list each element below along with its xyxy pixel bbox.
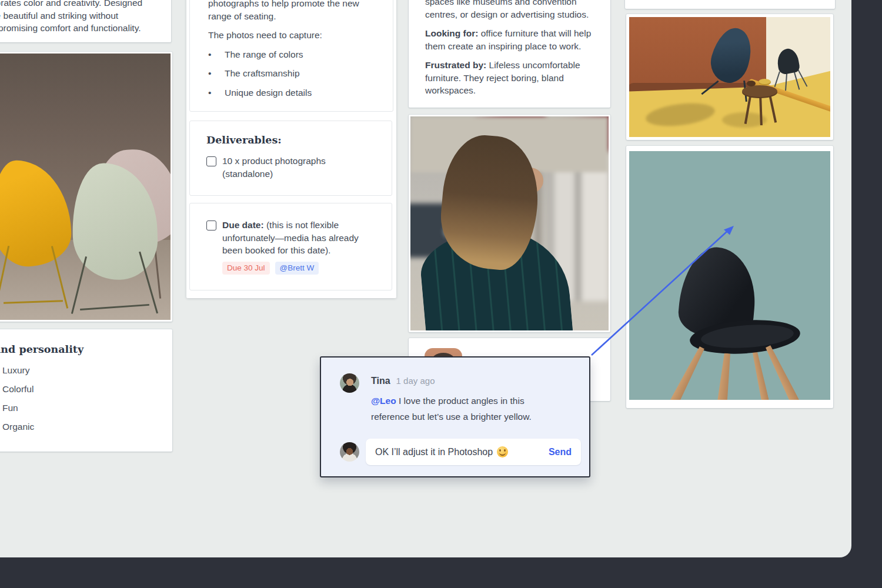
brief-capture-heading: The photos need to capture:: [208, 29, 381, 42]
brief-bullet-row: • The range of colors: [208, 48, 381, 61]
due-line: unfortunately—media has already: [222, 232, 359, 245]
due-rest: (this is not flexible: [264, 220, 339, 230]
reply-text-content: OK I’ll adjust it in Photoshop: [375, 447, 493, 457]
avatar-tina: [340, 373, 359, 393]
deliverables-task-label: 10 x product photographs (standalone): [222, 155, 326, 180]
frustrated-by-text: Lifeless uncomfortable: [486, 60, 580, 70]
chair-wood-leg: [764, 344, 801, 400]
column-brief[interactable]: photographs to help promote the new rang…: [186, 0, 396, 298]
reply-input[interactable]: OK I’ll adjust it in Photoshop Send: [366, 439, 581, 465]
chair-wood-leg: [716, 353, 733, 400]
deliverables-task-row: 10 x product photographs (standalone): [206, 155, 380, 180]
personality-list: Luxury Colorful Fun Organic: [2, 361, 163, 436]
card-teal-chair-photo[interactable]: [626, 146, 833, 408]
card-street-photo[interactable]: [409, 115, 610, 332]
avatar-leo: [340, 442, 359, 462]
principles-line: mpromising comfort and functionality.: [0, 22, 162, 35]
principles-line: ebrates color and creativity. Designed: [0, 0, 162, 9]
card-room-photo[interactable]: [626, 14, 833, 140]
comment-body: @Leo I love the product angles in this r…: [371, 393, 574, 425]
chair-wood-leg: [669, 345, 706, 400]
bowl: [759, 79, 771, 85]
deliverables-heading: Deliverables:: [206, 134, 380, 146]
task-line: (standalone): [222, 168, 326, 181]
looking-for-text: office furniture that will help: [478, 28, 591, 38]
persona-line: them create an inspiring place to work.: [425, 40, 596, 53]
due-date-tag[interactable]: Due 30 Jul: [222, 262, 270, 275]
card-deliverables[interactable]: Deliverables: 10 x product photographs (…: [189, 121, 392, 196]
personality-item: Colorful: [2, 380, 163, 399]
brief-bullet-row: • The craftsmanship: [208, 67, 381, 80]
personality-item: Organic: [2, 417, 163, 436]
chairs-photo: [0, 54, 171, 320]
comment-popup[interactable]: Tina 1 day ago @Leo I love the product a…: [320, 356, 590, 477]
persona-line: spaces like museums and convention: [425, 0, 596, 8]
brief-bullet-row: • Unique design details: [208, 86, 381, 99]
street-photo: [410, 116, 609, 330]
personality-item: Fun: [2, 399, 163, 417]
principles-line: be beautiful and striking without: [0, 9, 162, 22]
brief-bullet-text: The range of colors: [225, 48, 303, 61]
comment-timestamp: 1 day ago: [396, 376, 435, 386]
personality-heading: and personality: [0, 343, 163, 355]
yellow-chair-shape: [0, 159, 72, 268]
mention-link[interactable]: @Leo: [371, 396, 396, 406]
comment-header: Tina 1 day ago: [371, 376, 435, 386]
card-right-partial[interactable]: [625, 0, 835, 9]
bullet-icon: •: [208, 67, 225, 80]
due-bold: Due date:: [222, 220, 264, 230]
due-line: Due date: (this is not flexible: [222, 219, 359, 232]
table-top: [742, 85, 777, 97]
brief-intro-line: range of seating.: [208, 10, 381, 23]
brief-bullet-text: The craftsmanship: [225, 67, 300, 80]
personality-item: Luxury: [2, 361, 163, 380]
app-stage: ebrates color and creativity. Designed b…: [0, 0, 882, 588]
due-task-row: Due date: (this is not flexible unfortun…: [206, 219, 380, 257]
smile-emoji-icon: [497, 446, 508, 457]
brief-bullet-text: Unique design details: [225, 86, 312, 99]
persona-line: workspaces.: [425, 84, 596, 97]
tag-row: Due 30 Jul @Brett W: [222, 262, 380, 275]
persona-line: Frustrated by: Lifeless uncomfortable: [425, 59, 596, 72]
persona-line: furniture. They reject boring, bland: [425, 72, 596, 85]
card-design-principles[interactable]: ebrates color and creativity. Designed b…: [0, 0, 171, 42]
comment-text: I love the product angles in this: [396, 396, 524, 406]
comment-text: reference but let’s use a brighter yello…: [371, 409, 574, 425]
reply-draft-text: OK I’ll adjust it in Photoshop: [375, 446, 549, 457]
frustrated-by-label: Frustrated by:: [425, 60, 486, 70]
teal-chair-photo: [629, 151, 830, 400]
black-chair-shape: [776, 47, 801, 75]
assignee-tag[interactable]: @Brett W: [275, 262, 319, 275]
due-task-label: Due date: (this is not flexible unfortun…: [222, 219, 359, 257]
due-line: been booked for this date).: [222, 244, 359, 257]
card-chairs-photo[interactable]: [0, 52, 172, 322]
bullet-icon: •: [208, 86, 225, 99]
bullet-icon: •: [208, 48, 225, 61]
card-photo-brief[interactable]: photographs to help promote the new rang…: [189, 0, 393, 112]
room-photo: [629, 17, 830, 137]
bowl: [747, 81, 756, 86]
brief-intro-line: photographs to help promote the new: [208, 0, 381, 10]
board-canvas[interactable]: ebrates color and creativity. Designed b…: [0, 0, 851, 557]
comment-author: Tina: [371, 376, 390, 386]
checkbox-icon[interactable]: [206, 220, 216, 230]
checkbox-icon[interactable]: [206, 156, 216, 166]
card-due-date[interactable]: Due date: (this is not flexible unfortun…: [189, 203, 392, 290]
send-button[interactable]: Send: [549, 447, 572, 457]
card-persona[interactable]: spaces like museums and convention centr…: [409, 0, 610, 108]
persona-line: centres, or design or advertising studio…: [425, 8, 596, 21]
task-line: 10 x product photographs: [222, 155, 326, 168]
looking-for-label: Looking for:: [425, 28, 478, 38]
card-brand-personality[interactable]: and personality Luxury Colorful Fun Orga…: [0, 329, 172, 452]
persona-line: Looking for: office furniture that will …: [425, 27, 596, 40]
